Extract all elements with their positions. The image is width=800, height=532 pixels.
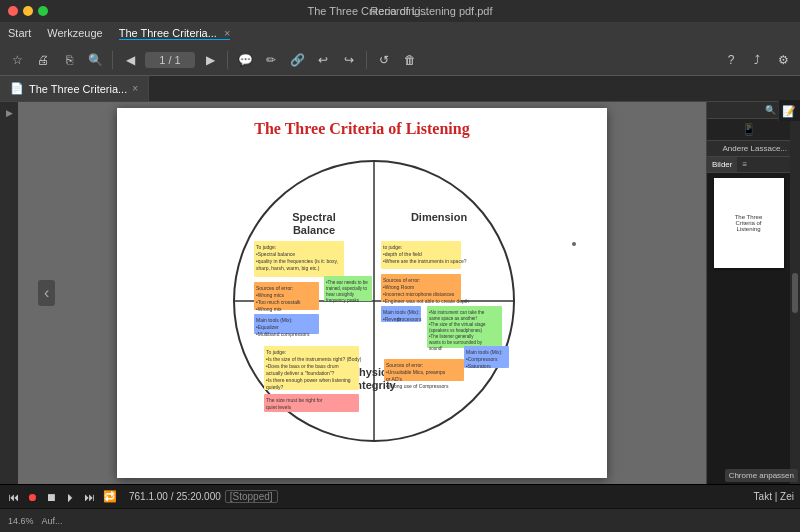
svg-text:•The size of the virtual stage: •The size of the virtual stage xyxy=(429,322,486,327)
svg-text:•No instrument can take the: •No instrument can take the xyxy=(429,310,485,315)
toolbar-next-btn[interactable]: ▶ xyxy=(199,49,221,71)
time-display: 761.1.00 / 25:20.000 xyxy=(129,491,221,502)
svg-text:trained, especially to: trained, especially to xyxy=(326,286,368,291)
toolbar-rotate-btn[interactable]: ↪ xyxy=(338,49,360,71)
transport-right: Takt | Zei xyxy=(754,491,794,502)
pdf-tab[interactable]: 📄 The Three Criteria... × xyxy=(0,76,149,101)
toolbar-extract-btn[interactable]: ⎘ xyxy=(58,49,80,71)
toolbar-link-btn[interactable]: 🔗 xyxy=(286,49,308,71)
tab-menu[interactable]: ≡ xyxy=(737,157,752,172)
menu-start[interactable]: Start xyxy=(8,27,31,39)
right-icon-1[interactable]: 📱 xyxy=(742,123,756,136)
scroll-thumb[interactable] xyxy=(792,273,798,313)
toolbar-select-btn[interactable]: ↩ xyxy=(312,49,334,71)
transport-stop[interactable]: ⏹ xyxy=(44,491,59,503)
transport-play[interactable]: ⏵ xyxy=(63,491,78,503)
user-label: Andere Lassace... xyxy=(710,144,787,153)
scroll-bar[interactable]: ▲ ▼ xyxy=(790,102,800,484)
user-section: Andere Lassace... xyxy=(707,141,790,157)
sidebar-nav-btn[interactable]: ▶ xyxy=(2,106,16,120)
svg-text:quietly?: quietly? xyxy=(266,384,283,390)
main-layout: ▶ ‹ The Three Criteria of Listening xyxy=(0,102,800,484)
svg-text:•Is the size of the instrument: •Is the size of the instruments right? (… xyxy=(266,356,362,362)
auf-label: Auf... xyxy=(42,516,63,526)
transport-back-start[interactable]: ⏮ xyxy=(6,491,21,503)
toolbar-share-btn[interactable]: ⤴ xyxy=(746,49,768,71)
transport-loop[interactable]: 🔁 xyxy=(101,490,119,503)
chrome-snap-btn[interactable]: Chrome anpassen xyxy=(725,469,798,482)
svg-text:processors: processors xyxy=(397,316,422,322)
svg-text:•Is there enough power when li: •Is there enough power when listening xyxy=(266,377,351,383)
transport-ffwd[interactable]: ⏭ xyxy=(82,491,97,503)
svg-text:frequency peaks: frequency peaks xyxy=(326,298,360,303)
svg-text:sharp, harsh, warm, big etc.): sharp, harsh, warm, big etc.) xyxy=(256,265,320,271)
toolbar-bookmark-btn[interactable]: ☆ xyxy=(6,49,28,71)
toolbar-settings-btn[interactable]: ⚙ xyxy=(772,49,794,71)
toolbar-delete-btn[interactable]: 🗑 xyxy=(399,49,421,71)
pdf-tab-label: The Three Criteria... xyxy=(29,83,127,95)
svg-text:To judge:: To judge: xyxy=(266,349,286,355)
far-icon-1[interactable]: 📝 xyxy=(783,104,796,117)
status-auf: Auf... xyxy=(42,516,63,526)
transport-record[interactable]: ⏺ xyxy=(25,491,40,503)
svg-text:or AD's: or AD's xyxy=(386,376,402,382)
svg-text:•Too much crosstalk: •Too much crosstalk xyxy=(256,299,301,305)
pdf-page: The Three Criteria of Listening Spectral… xyxy=(117,108,607,478)
svg-text:•Multiband compressors: •Multiband compressors xyxy=(256,331,310,337)
svg-text:sound!: sound! xyxy=(429,346,443,351)
transport-bar: ⏮ ⏺ ⏹ ⏵ ⏭ 🔁 761.1.00 / 25:20.000 [Stoppe… xyxy=(0,484,800,508)
svg-text:•Where are the instruments in : •Where are the instruments in space? xyxy=(383,258,467,264)
menu-werkzeuge[interactable]: Werkzeuge xyxy=(47,27,102,39)
far-right-icons: 📝 xyxy=(778,100,800,121)
svg-text:Spectral: Spectral xyxy=(292,211,335,223)
page-indicator: 1 / 1 xyxy=(145,52,195,68)
svg-text:•quality in the frequencies (i: •quality in the frequencies (is it: boxy… xyxy=(256,258,338,264)
svg-text:•Wrong Room: •Wrong Room xyxy=(383,284,414,290)
pdf-thumbnail: The ThreeCriteria ofListening xyxy=(714,178,784,268)
toolbar-sep3 xyxy=(366,51,367,69)
toolbar-prev-btn[interactable]: ◀ xyxy=(119,49,141,71)
title-bar: Recording... The Three Criteria of Liste… xyxy=(0,0,800,22)
svg-text:•Does the bass or the bass dru: •Does the bass or the bass drum xyxy=(266,363,339,369)
toolbar-sep2 xyxy=(227,51,228,69)
svg-text:•Incorrect microphone distance: •Incorrect microphone distances xyxy=(383,291,455,297)
right-panel: 🔍 ⊞ 📱 Andere Lassace... Bilder ≡ The Thr… xyxy=(706,102,790,484)
window-title: The Three Criteria of Listening pdf.pdf xyxy=(307,5,492,17)
toolbar-help-btn[interactable]: ? xyxy=(720,49,742,71)
svg-text:•Spectral balance: •Spectral balance xyxy=(256,251,295,257)
toolbar-search-btn[interactable]: 🔍 xyxy=(84,49,106,71)
right-icon-search[interactable]: 🔍 xyxy=(765,105,776,115)
status-bar: 14.6% Auf... Chrome anpassen xyxy=(0,508,800,532)
svg-text:The size must be right for: The size must be right for xyxy=(266,397,323,403)
left-sidebar: ▶ xyxy=(0,102,18,484)
toolbar-undo-btn[interactable]: ↺ xyxy=(373,49,395,71)
svg-text:same space as another!: same space as another! xyxy=(429,316,477,321)
toolbar-print-btn[interactable]: 🖨 xyxy=(32,49,54,71)
right-content-tabs: Bilder ≡ xyxy=(707,157,790,173)
close-button[interactable] xyxy=(8,6,18,16)
svg-text:•The ear needs to be: •The ear needs to be xyxy=(326,280,368,285)
svg-text:•Unsuitable Mics, preamps: •Unsuitable Mics, preamps xyxy=(386,369,446,375)
svg-text:•The listener generally: •The listener generally xyxy=(429,334,474,339)
svg-text:•Engineer was not able to crea: •Engineer was not able to create depth xyxy=(383,298,469,304)
toolbar-comment-btn[interactable]: 💬 xyxy=(234,49,256,71)
svg-text:quiet levels: quiet levels xyxy=(266,404,292,410)
tab-close-icon[interactable]: × xyxy=(224,27,230,39)
nav-prev-arrow[interactable]: ‹ xyxy=(38,280,55,306)
status-zoom: 14.6% xyxy=(8,516,34,526)
menu-three-criteria[interactable]: The Three Criteria... × xyxy=(119,27,231,40)
right-quick-icons: 📱 xyxy=(707,119,790,141)
minimize-button[interactable] xyxy=(23,6,33,16)
svg-text:hear unsightly: hear unsightly xyxy=(326,292,355,297)
maximize-button[interactable] xyxy=(38,6,48,16)
diagram-svg: Spectral Balance Dimension Physical Inte… xyxy=(129,146,607,456)
pdf-tab-close[interactable]: × xyxy=(132,83,138,94)
svg-text:Main tools (Mix):: Main tools (Mix): xyxy=(383,309,420,315)
transport-status: [Stopped] xyxy=(225,490,278,503)
tab-bilder[interactable]: Bilder xyxy=(707,157,737,172)
svg-text:actually deliver a "foundation: actually deliver a "foundation"? xyxy=(266,370,335,376)
svg-text:Main tools (Mix):: Main tools (Mix): xyxy=(466,349,503,355)
svg-text:•Wrong use of Compressors: •Wrong use of Compressors xyxy=(386,383,449,389)
toolbar-highlight-btn[interactable]: ✏ xyxy=(260,49,282,71)
svg-text:Sources of error:: Sources of error: xyxy=(386,362,423,368)
